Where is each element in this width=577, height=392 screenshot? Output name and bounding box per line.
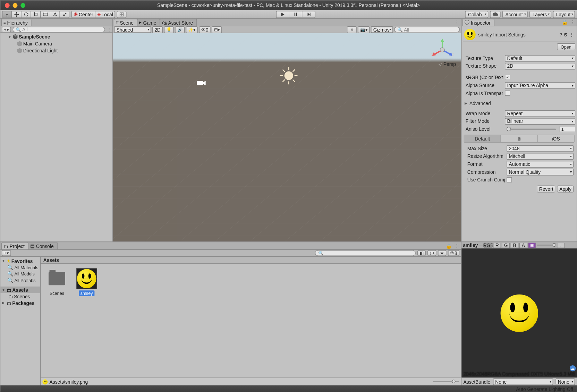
favorite-item[interactable]: 🔍All Prefabs (0, 277, 40, 284)
cloud-button[interactable] (490, 11, 500, 18)
hierarchy-search-input[interactable]: 🔍 All (12, 26, 105, 32)
project-tab[interactable]: 🗀Project (1, 242, 28, 249)
g-channel-button[interactable]: G (502, 242, 510, 248)
wrap-dropdown[interactable]: Repeat (505, 110, 575, 117)
a-channel-button[interactable]: A (519, 242, 527, 248)
pivot-mode-button[interactable]: ◉Center (71, 11, 95, 18)
mip-slider[interactable] (537, 245, 556, 246)
resize-dropdown[interactable]: Mitchell (507, 153, 574, 160)
favorite-item[interactable]: 🔍All Materials (0, 264, 40, 271)
asset-texture[interactable]: smiley (75, 268, 99, 296)
maxsize-dropdown[interactable]: 2048 (507, 145, 574, 152)
asset-store-tab[interactable]: 🛍Asset Store (160, 19, 197, 26)
rect-tool-button[interactable] (41, 11, 50, 18)
thumbnail-size-slider[interactable] (433, 381, 459, 382)
srgb-checkbox[interactable] (505, 75, 510, 80)
step-button[interactable] (302, 11, 315, 18)
custom-tool-button[interactable] (60, 11, 70, 18)
favorites-row[interactable]: ▼★Favorites (0, 258, 40, 264)
menu-icon[interactable]: ⋮ (569, 32, 574, 37)
platform-ios-tab[interactable]: iOS (538, 135, 574, 142)
alpha-source-dropdown[interactable]: Input Texture Alpha (505, 82, 575, 88)
project-breadcrumb[interactable]: Assets (41, 257, 461, 264)
scene-audio-button[interactable]: 🔊 (175, 26, 185, 33)
scene-fx-button[interactable]: ✨▾ (186, 26, 198, 33)
layers-dropdown[interactable]: Layers (529, 11, 551, 18)
projection-label[interactable]: ◁ Persp (439, 62, 456, 67)
orientation-gizmo[interactable]: xz (430, 37, 455, 62)
pause-button[interactable] (289, 11, 303, 18)
game-tab[interactable]: ▸Game (137, 19, 160, 26)
scene-camera-button[interactable]: 📷▾ (358, 26, 370, 33)
hierarchy-create-button[interactable]: +▾ (2, 26, 11, 32)
advanced-foldout[interactable]: ▶Advanced (463, 100, 575, 107)
texture-type-dropdown[interactable]: Default (505, 55, 575, 61)
texture-shape-dropdown[interactable]: 2D (505, 63, 575, 69)
gizmos-dropdown[interactable]: Gizmos (371, 26, 393, 33)
rotate-tool-button[interactable] (22, 11, 31, 18)
mip-button[interactable]: ▦ (528, 242, 536, 248)
collab-dropdown[interactable]: Collab (465, 11, 488, 18)
status-text[interactable]: Auto Generate Lighting Off (516, 387, 573, 392)
layout-dropdown[interactable]: Layout (553, 11, 575, 18)
texture-preview[interactable]: ☁ 2048x2048 RGBA Compressed DXT5 UNorm 5… (461, 248, 577, 377)
favorite-item[interactable]: 🔍All Models (0, 271, 40, 278)
assetbundle-variant-dropdown[interactable]: None (555, 378, 575, 385)
project-lock-icon[interactable]: 🔒 (444, 243, 453, 248)
assetbundle-dropdown[interactable]: None (493, 378, 553, 385)
save-search-button[interactable]: ★ (438, 250, 446, 256)
packages-row[interactable]: ▶🗀Packages (0, 300, 40, 306)
move-tool-button[interactable] (12, 11, 22, 18)
hierarchy-tab[interactable]: ≡Hierarchy (1, 19, 32, 26)
preset-icon[interactable]: ⚙ (563, 32, 568, 37)
scene-row[interactable]: ▼SampleScene (0, 33, 112, 40)
close-window-button[interactable] (5, 3, 10, 8)
account-dropdown[interactable]: Account (502, 11, 528, 18)
filter-dropdown[interactable]: Bilinear (505, 118, 575, 125)
revert-button[interactable]: Revert (537, 186, 555, 193)
scene-viewport[interactable]: xz ◁ Persp (113, 33, 461, 241)
lock-icon[interactable]: 🔒 (560, 19, 569, 25)
asset-grid[interactable]: Scenes smiley (41, 264, 461, 377)
project-create-button[interactable]: +▾ (2, 250, 11, 256)
hierarchy-item[interactable]: Directional Light (0, 47, 112, 54)
shading-mode-dropdown[interactable]: Shaded (114, 26, 151, 33)
tab-menu-icon[interactable]: ⋮ (453, 19, 461, 25)
platform-default-tab[interactable]: Default (464, 135, 501, 142)
search-by-label-button[interactable]: 🏷 (427, 250, 436, 256)
search-by-type-button[interactable]: ◧ (417, 250, 426, 256)
tab-menu-icon[interactable]: ⋮ (453, 243, 460, 248)
snap-button[interactable] (117, 11, 127, 18)
aniso-slider[interactable] (507, 128, 556, 130)
scene-tab[interactable]: ⌗Scene (114, 19, 137, 26)
scene-visibility-button[interactable]: 👁0 (199, 26, 211, 33)
b-channel-button[interactable]: B (511, 242, 519, 248)
maximize-window-button[interactable] (20, 3, 25, 8)
r-channel-button[interactable]: R (493, 242, 501, 248)
scene-lighting-button[interactable]: 💡 (164, 26, 174, 33)
scene-search-input[interactable]: 🔍 All (394, 27, 460, 32)
folder-item[interactable]: 🗀Scenes (0, 293, 40, 300)
inspector-tab[interactable]: ⓘInspector (463, 19, 494, 26)
apply-button[interactable]: Apply (557, 186, 574, 193)
hidden-packages-button[interactable]: 👁8 (448, 250, 459, 256)
scale-tool-button[interactable] (31, 11, 41, 18)
alpha-trans-checkbox[interactable] (505, 91, 510, 96)
preview-menu-icon[interactable]: ⋮ (557, 242, 565, 248)
format-dropdown[interactable]: Automatic (507, 161, 574, 167)
help-icon[interactable]: ? (560, 32, 562, 37)
hierarchy-menu-icon[interactable]: ⋮ (107, 27, 111, 32)
console-tab[interactable]: ▤Console (28, 242, 58, 249)
camera-gizmo[interactable] (196, 79, 206, 87)
hierarchy-item[interactable]: Main Camera (0, 40, 112, 47)
play-button[interactable] (276, 11, 289, 18)
assets-row[interactable]: ▼🗀Assets (0, 287, 40, 293)
minimize-window-button[interactable] (13, 3, 18, 8)
asset-folder[interactable]: Scenes (45, 268, 69, 296)
hand-tool-button[interactable] (2, 11, 12, 18)
2d-toggle-button[interactable]: 2D (152, 26, 163, 33)
scene-tools-button[interactable]: ✕ (347, 26, 357, 33)
transform-tool-button[interactable] (50, 11, 60, 18)
crunch-checkbox[interactable] (507, 177, 512, 182)
tab-menu-icon[interactable]: ⋮ (569, 19, 577, 25)
